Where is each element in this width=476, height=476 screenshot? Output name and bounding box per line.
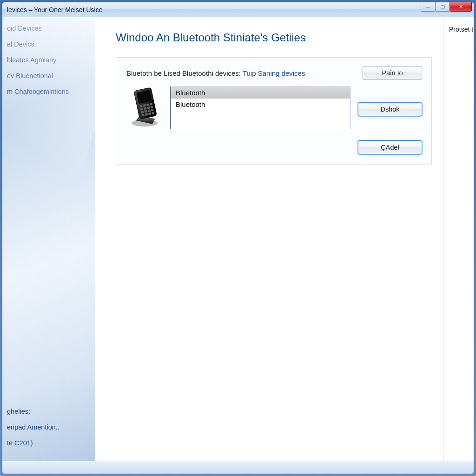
window-frame: levices – Your Oner Meiset Usice ─ ▢ ✕ o… [2, 2, 474, 474]
sidebar-item-bluenetional[interactable]: ev Bluenetional [7, 72, 90, 79]
pair-button[interactable]: Pain Io [363, 66, 422, 80]
sidebar-footer-label: ghelies: [7, 408, 90, 415]
list-item[interactable]: Bluetooth [171, 99, 350, 110]
sidebar-footer-link-2[interactable]: te C201) [7, 439, 90, 447]
svg-rect-18 [152, 112, 154, 114]
minimize-button[interactable]: ─ [421, 2, 436, 12]
maximize-button[interactable]: ▢ [435, 2, 450, 12]
dshok-button[interactable]: Dshok [358, 102, 422, 116]
svg-rect-6 [150, 103, 152, 106]
sidebar-nav: oid Devices al Devics bleates Agmiany ev… [7, 25, 90, 104]
panel-header: Bluetoth be Lised Bluetoothi devices: Tu… [126, 66, 422, 80]
cancel-button[interactable]: ÇAdel [358, 140, 422, 154]
main-pane: Windoo An Bluetooth Stiniate's Getiies B… [95, 17, 443, 461]
device-list-wrap: Bluetooth Bluetooth Dshok [170, 86, 422, 129]
devices-panel: Bluetoth be Lised Bluetoothi devices: Tu… [116, 57, 432, 165]
panel-footer: ÇAdel [126, 140, 422, 154]
content-area: Windoo An Bluetooth Stiniate's Getiies B… [95, 17, 474, 461]
sidebar-item-agmiany[interactable]: bleates Agmiany [7, 56, 90, 64]
status-bar [2, 461, 474, 474]
window-title: levices – Your Oner Meiset Usice [7, 6, 102, 13]
window-controls: ─ ▢ ✕ [421, 2, 472, 12]
panel-lead-text: Bluetoth be Lised Bluetoothi devices: Tu… [126, 69, 305, 77]
list-side-buttons: Dshok [358, 86, 422, 116]
panel-lead-link[interactable]: Tuip Saning devices [243, 69, 305, 77]
panel-lead-plain: Bluetoth be Lised Bluetoothi devices: [126, 69, 241, 77]
close-button[interactable]: ✕ [450, 2, 472, 12]
sidebar-footer: ghelies: enpad Amention.. te C201) [7, 408, 90, 455]
svg-rect-10 [151, 106, 153, 109]
list-item[interactable]: Bluetooth [171, 87, 350, 99]
device-listbox[interactable]: Bluetooth Bluetooth [170, 86, 350, 129]
sidebar-item-chafoo[interactable]: m Chafoogemintions [7, 88, 90, 95]
sidebar-footer-link-1[interactable]: enpad Amention.. [7, 423, 90, 431]
sidebar: oid Devices al Devics bleates Agmiany ev… [2, 17, 95, 461]
panel-body: Bluetooth Bluetooth Dshok [126, 86, 422, 129]
right-pane-heading: Protset to Specices [449, 26, 474, 33]
sidebar-item-devices-2[interactable]: al Devics [7, 40, 90, 48]
right-pane: Protset to Specices [443, 17, 474, 461]
titlebar[interactable]: levices – Your Oner Meiset Usice ─ ▢ ✕ [2, 2, 474, 17]
svg-rect-14 [151, 109, 154, 112]
device-icon [126, 86, 163, 128]
window-body: oid Devices al Devics bleates Agmiany ev… [2, 17, 474, 461]
sidebar-item-devices-1[interactable]: oid Devices [7, 25, 90, 32]
page-title: Windoo An Bluetooth Stiniate's Getiies [116, 31, 432, 44]
